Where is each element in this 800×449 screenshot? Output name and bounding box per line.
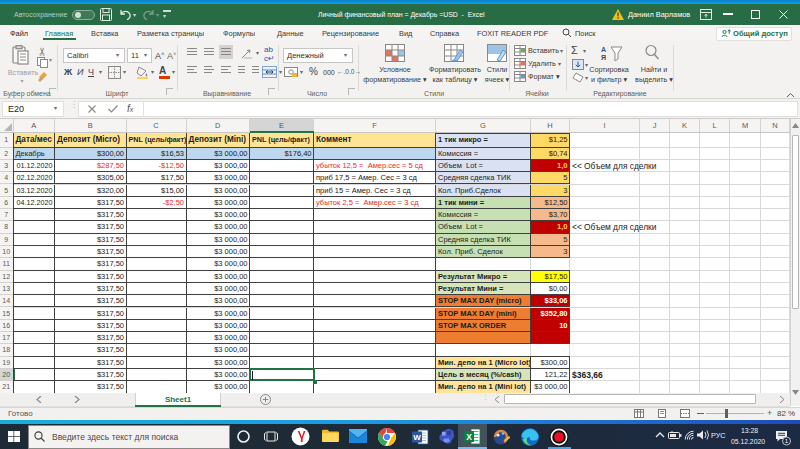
svg-text:W: W xyxy=(413,433,421,442)
svg-text:X: X xyxy=(466,432,472,442)
